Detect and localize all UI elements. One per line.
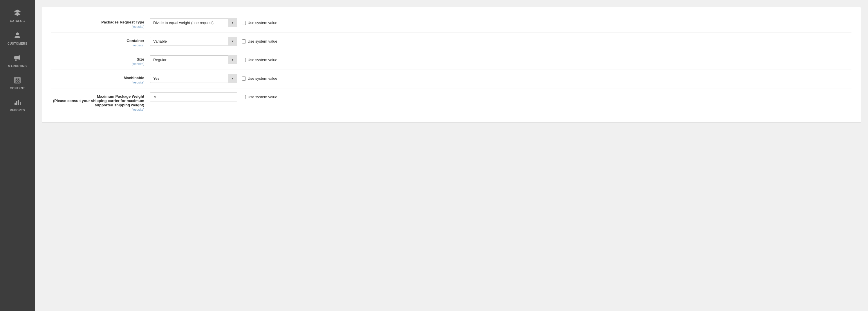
svg-rect-12 xyxy=(20,102,21,105)
max-package-weight-input[interactable] xyxy=(150,93,237,101)
content-icon xyxy=(14,77,21,85)
packages-request-type-system-value-label: Use system value xyxy=(248,21,277,25)
max-package-weight-row: Maximum Package Weight (Please consult y… xyxy=(51,89,851,115)
svg-rect-8 xyxy=(18,80,20,82)
sidebar-item-customers-label: CUSTOMERS xyxy=(7,42,27,45)
main-content: Packages Request Type [website] Divide t… xyxy=(35,0,868,311)
container-row: Container [website] Variable Fixed Custo… xyxy=(51,33,851,51)
machinable-select[interactable]: Yes No xyxy=(150,74,237,83)
svg-rect-7 xyxy=(16,80,17,82)
sidebar-item-marketing-label: MARKETING xyxy=(8,65,27,68)
machinable-system-value-checkbox[interactable] xyxy=(242,76,246,80)
svg-rect-10 xyxy=(16,101,18,105)
svg-marker-1 xyxy=(15,55,20,60)
sidebar-item-reports-label: REPORTS xyxy=(10,109,25,112)
max-package-weight-label: Maximum Package Weight (Please consult y… xyxy=(51,94,144,107)
sidebar-item-content-label: CONTENT xyxy=(10,87,25,90)
size-select[interactable]: Regular Large Small xyxy=(150,55,237,64)
customers-icon xyxy=(14,32,21,41)
packages-request-type-select[interactable]: Divide to equal weight (one request) Div… xyxy=(150,18,237,27)
svg-rect-11 xyxy=(18,100,19,105)
max-package-weight-system-value-label: Use system value xyxy=(248,95,277,99)
svg-point-2 xyxy=(14,56,16,59)
size-scope: [website] xyxy=(51,62,144,66)
svg-point-0 xyxy=(16,32,19,35)
packages-request-type-row: Packages Request Type [website] Divide t… xyxy=(51,14,851,33)
size-system-value-label: Use system value xyxy=(248,58,277,62)
machinable-label: Machinable xyxy=(51,76,144,80)
svg-rect-6 xyxy=(18,78,20,80)
max-package-weight-system-value-checkbox[interactable] xyxy=(242,95,246,99)
packages-request-type-scope: [website] xyxy=(51,25,144,28)
size-select-wrapper: Regular Large Small xyxy=(150,55,237,64)
sidebar-item-catalog-label: CATALOG xyxy=(10,20,25,23)
settings-card: Packages Request Type [website] Divide t… xyxy=(42,7,861,123)
machinable-row: Machinable [website] Yes No Use system v… xyxy=(51,70,851,89)
sidebar: CATALOG CUSTOMERS MARKETING xyxy=(0,0,35,311)
sidebar-item-content[interactable]: CONTENT xyxy=(0,72,35,95)
reports-icon xyxy=(14,99,21,107)
max-package-weight-scope: [website] xyxy=(51,108,144,111)
svg-rect-9 xyxy=(14,103,16,105)
svg-rect-5 xyxy=(16,78,17,80)
container-system-value-checkbox[interactable] xyxy=(242,39,246,43)
sidebar-item-reports[interactable]: REPORTS xyxy=(0,95,35,116)
size-row: Size [website] Regular Large Small Use s… xyxy=(51,51,851,70)
packages-request-type-label: Packages Request Type xyxy=(51,20,144,24)
size-label: Size xyxy=(51,57,144,62)
container-label: Container xyxy=(51,39,144,43)
machinable-system-value-label: Use system value xyxy=(248,76,277,80)
sidebar-item-catalog[interactable]: CATALOG xyxy=(0,5,35,27)
machinable-scope: [website] xyxy=(51,80,144,84)
container-select-wrapper: Variable Fixed Custom xyxy=(150,37,237,46)
sidebar-item-customers[interactable]: CUSTOMERS xyxy=(0,27,35,50)
container-select[interactable]: Variable Fixed Custom xyxy=(150,37,237,46)
packages-request-type-system-value-checkbox[interactable] xyxy=(242,21,246,25)
sidebar-item-marketing[interactable]: MARKETING xyxy=(0,50,35,72)
container-system-value-label: Use system value xyxy=(248,39,277,43)
size-system-value-checkbox[interactable] xyxy=(242,58,246,62)
packages-request-type-select-wrapper: Divide to equal weight (one request) Div… xyxy=(150,18,237,27)
marketing-icon xyxy=(14,55,21,63)
svg-rect-3 xyxy=(16,60,17,61)
machinable-select-wrapper: Yes No xyxy=(150,74,237,83)
catalog-icon xyxy=(14,9,21,18)
container-scope: [website] xyxy=(51,43,144,47)
